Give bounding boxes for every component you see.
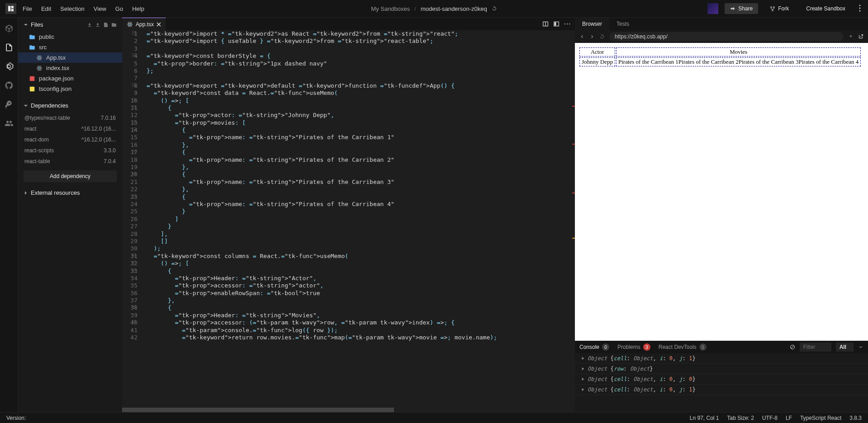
tab-problems[interactable]: Problems 3 (617, 343, 650, 351)
top-menu-bar: File Edit Selection View Go Help My Sand… (0, 0, 868, 18)
dependency-item[interactable]: @types/react-table7.0.16 (18, 113, 122, 123)
browser-toolbar: https://z0keq.csb.app/ (575, 30, 868, 43)
layout-icon[interactable] (553, 21, 560, 27)
external-section-header[interactable]: External resources (18, 186, 122, 200)
dependency-item[interactable]: react-scripts3.3.0 (18, 145, 122, 156)
upload-icon[interactable] (95, 22, 100, 28)
console-line[interactable]: Object {row: Object} (575, 364, 868, 374)
preview-tabs: Browser Tests (575, 18, 868, 30)
status-eol[interactable]: LF (786, 415, 792, 421)
menu-edit[interactable]: Edit (41, 5, 51, 12)
scrollbar-thumb[interactable] (122, 408, 394, 412)
minimap[interactable] (571, 30, 575, 408)
menu-view[interactable]: View (94, 5, 106, 12)
file-item[interactable]: index.tsx (18, 63, 122, 73)
status-tabsize[interactable]: Tab Size: 2 (727, 415, 754, 421)
tab-browser[interactable]: Browser (575, 18, 609, 30)
menu-selection[interactable]: Selection (60, 5, 84, 12)
console-line[interactable]: Object {cell: Object, i: 0, j: 1} (575, 385, 868, 395)
github-icon[interactable] (5, 81, 14, 90)
cube-icon[interactable] (5, 24, 14, 33)
tab-tests[interactable]: Tests (609, 18, 636, 30)
dependency-item[interactable]: react-dom^16.12.0 (16... (18, 134, 122, 145)
file-item[interactable]: src (18, 42, 122, 52)
status-encoding[interactable]: UTF-8 (762, 415, 778, 421)
status-language[interactable]: TypeScript React (800, 415, 841, 421)
avatar[interactable] (707, 3, 718, 14)
people-icon[interactable] (5, 119, 14, 128)
share-button[interactable]: Share (725, 3, 758, 14)
files-section-header[interactable]: Files (18, 18, 122, 32)
back-icon[interactable] (579, 34, 585, 39)
editor-tab-bar: App.tsx (122, 18, 575, 30)
svg-rect-1 (11, 6, 14, 8)
console-tabs: Console 0 Problems 3 React DevTools 0 Al… (575, 341, 868, 353)
main-layout: Files publicsrcApp.tsxindex.tsxpackage.j… (0, 18, 868, 412)
console-line[interactable]: Object {cell: Object, i: 0, j: 1} (575, 353, 868, 364)
new-file-icon[interactable] (103, 22, 109, 28)
kebab-menu[interactable] (857, 5, 863, 13)
fork-icon (770, 6, 775, 11)
console-filter: All (790, 343, 863, 352)
fork-button[interactable]: Fork (764, 3, 794, 14)
table-cell: Pirates of the Carribean 1Pirates of the… (616, 57, 861, 66)
tab-react-devtools[interactable]: React DevTools 0 (659, 343, 707, 351)
menu-go[interactable]: Go (115, 5, 123, 12)
svg-point-6 (39, 57, 40, 58)
file-item[interactable]: public (18, 32, 122, 42)
browser-preview[interactable]: Actor Movies Johnny Depp Pirates of the … (575, 43, 868, 341)
clear-console-icon[interactable] (790, 344, 795, 350)
breadcrumb-current[interactable]: modest-sanderson-z0keq (421, 5, 487, 12)
rocket-icon[interactable] (5, 100, 14, 109)
file-icon[interactable] (5, 43, 14, 52)
status-cursor[interactable]: Ln 97, Col 1 (690, 415, 719, 421)
forward-icon[interactable] (589, 34, 595, 39)
breadcrumb: My Sandboxes / modest-sanderson-z0keq (371, 5, 497, 12)
svg-point-14 (129, 24, 130, 24)
console-line[interactable]: Object {cell: Object, i: 0, j: 0} (575, 374, 868, 385)
editor-tab[interactable]: App.tsx (122, 18, 166, 30)
gear-icon[interactable] (5, 62, 14, 71)
more-icon[interactable] (564, 21, 570, 27)
breadcrumb-parent[interactable]: My Sandboxes (371, 5, 410, 12)
menu-file[interactable]: File (23, 5, 32, 12)
dependency-item[interactable]: react^16.12.0 (16... (18, 123, 122, 134)
table-cell: Johnny Depp (579, 57, 615, 66)
new-folder-icon[interactable] (111, 22, 117, 28)
console-output[interactable]: Object {cell: Object, i: 0, j: 1}Object … (575, 353, 868, 412)
file-item[interactable]: tsconfig.json (18, 84, 122, 94)
url-bar[interactable]: https://z0keq.csb.app/ (609, 32, 844, 41)
magic-icon[interactable] (848, 34, 854, 39)
file-actions (87, 22, 117, 28)
code-editor[interactable]: 1234567891011121314151617181920212223242… (122, 30, 575, 408)
reload-icon[interactable] (492, 6, 497, 11)
menu-help[interactable]: Help (132, 5, 144, 12)
close-icon[interactable] (157, 22, 161, 27)
add-dependency-button[interactable]: Add dependency (24, 170, 117, 182)
split-editor-icon[interactable] (542, 21, 549, 27)
open-external-icon[interactable] (858, 34, 863, 39)
svg-rect-21 (555, 23, 556, 26)
deps-section-header[interactable]: Dependencies (18, 99, 122, 113)
code-content[interactable]: ="tk-keyword">import * ="tk-keyword2">as… (147, 30, 575, 408)
tab-console[interactable]: Console 0 (579, 343, 609, 351)
filter-level-select[interactable]: All (836, 343, 854, 352)
filter-input[interactable] (800, 343, 831, 352)
right-panel: Browser Tests https://z0keq.csb.app/ Act… (575, 18, 868, 412)
horizontal-scrollbar[interactable] (122, 408, 575, 412)
file-item[interactable]: package.json (18, 73, 122, 84)
svg-rect-2 (11, 9, 14, 11)
editor-tab-actions (542, 21, 575, 27)
file-item[interactable]: App.tsx (18, 52, 122, 63)
chevron-down-icon (24, 23, 28, 27)
console-panel: Console 0 Problems 3 React DevTools 0 Al… (575, 341, 868, 412)
svg-point-22 (564, 24, 565, 25)
download-icon[interactable] (87, 22, 92, 28)
codesandbox-icon (7, 5, 14, 12)
status-ts-version[interactable]: 3.8.3 (849, 415, 862, 421)
dependency-item[interactable]: react-table7.0.4 (18, 156, 122, 167)
chevron-down-icon[interactable] (858, 344, 863, 350)
logo[interactable] (5, 3, 16, 14)
create-sandbox-button[interactable]: Create Sandbox (801, 3, 851, 14)
refresh-icon[interactable] (599, 34, 605, 39)
